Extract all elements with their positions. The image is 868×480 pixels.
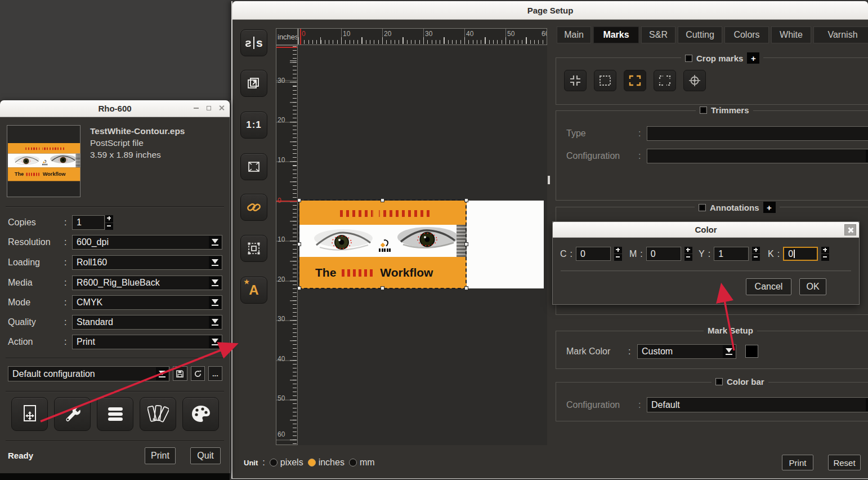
refresh-configuration-button[interactable]	[191, 366, 205, 381]
chevron-down-icon[interactable]	[866, 150, 868, 162]
close-button[interactable]	[844, 224, 856, 235]
color-bar-configuration-dropdown[interactable]: Default	[647, 397, 868, 412]
trimmer-configuration-dropdown[interactable]	[647, 149, 868, 163]
black-spinner[interactable]	[821, 247, 829, 261]
selection-handle[interactable]	[381, 198, 384, 202]
cyan-spinner[interactable]	[614, 247, 622, 261]
selection-handle[interactable]	[297, 198, 301, 202]
trimmer-type-field[interactable]	[647, 126, 868, 141]
tab-cutting[interactable]: Cutting	[678, 26, 722, 43]
chevron-down-icon[interactable]	[209, 256, 221, 269]
unit-option-pixels[interactable]: pixels	[270, 457, 303, 468]
frame-mark-button[interactable]	[594, 70, 616, 91]
annotations-checkbox[interactable]	[699, 204, 706, 211]
selection-handle[interactable]	[381, 286, 384, 290]
close-icon[interactable]	[219, 105, 224, 110]
tab-varnish[interactable]: Varnish	[813, 26, 868, 43]
crop-marks-add-button[interactable]: +	[747, 52, 759, 64]
annotations-add-button[interactable]: +	[763, 202, 776, 213]
radio-inches[interactable]	[308, 459, 316, 466]
chevron-down-icon[interactable]	[723, 345, 735, 358]
annotation-text-button[interactable]: ★A	[240, 277, 267, 304]
chevron-down-icon[interactable]	[209, 296, 221, 309]
tiling-button[interactable]	[240, 235, 267, 262]
preview-canvas[interactable]: The Workflow	[298, 45, 547, 445]
chevron-down-icon[interactable]	[209, 277, 221, 289]
settings-button[interactable]	[54, 397, 91, 431]
black-value-field[interactable]: 0	[783, 247, 818, 261]
chevron-down-icon[interactable]	[209, 336, 221, 348]
zoom-1-1-button[interactable]: 1:1	[240, 112, 267, 139]
mode-dropdown[interactable]: CMYK	[72, 295, 222, 310]
page-setup-button[interactable]	[11, 397, 48, 431]
chevron-down-icon[interactable]	[866, 398, 868, 411]
media-library-button[interactable]	[140, 397, 176, 431]
page-setup-window: Page Setup s s 1:1	[231, 1, 868, 479]
menu-icon	[106, 406, 125, 423]
action-dropdown[interactable]: Print	[72, 335, 222, 349]
v-ruler-tick: 10	[278, 235, 285, 243]
selection-handle[interactable]	[464, 242, 468, 246]
link-button[interactable]	[240, 194, 267, 221]
selection-handle[interactable]	[464, 198, 468, 202]
color-dialog-titlebar[interactable]: Color	[553, 222, 859, 238]
cyan-value-field[interactable]: 0	[576, 247, 611, 261]
quality-dropdown[interactable]: Standard	[72, 315, 222, 330]
print-button[interactable]: Print	[782, 455, 813, 470]
page-setup-titlebar[interactable]: Page Setup	[232, 1, 868, 20]
selection-border[interactable]	[298, 199, 467, 289]
splitter-handle[interactable]	[548, 176, 550, 184]
more-options-button[interactable]: ...	[208, 366, 222, 381]
unit-option-mm[interactable]: mm	[349, 457, 375, 468]
rho-titlebar[interactable]: Rho-600	[0, 100, 230, 117]
mirror-button[interactable]: s s	[240, 29, 267, 56]
yellow-value-field[interactable]: 1	[714, 247, 749, 261]
tab-main[interactable]: Main	[557, 26, 591, 43]
copies-spinner[interactable]	[105, 215, 113, 230]
magenta-spinner[interactable]	[684, 247, 692, 261]
crop-marks-checkbox[interactable]	[685, 55, 692, 62]
selection-handle[interactable]	[297, 286, 301, 290]
ok-button[interactable]: OK	[799, 278, 826, 295]
color-bar-checkbox[interactable]	[715, 378, 723, 385]
chevron-down-icon[interactable]	[156, 367, 168, 380]
corner-marks-button[interactable]	[564, 70, 587, 91]
unit-option-inches[interactable]: inches	[308, 457, 344, 468]
dashed-bracket-marks-button[interactable]	[654, 70, 676, 91]
trimmers-checkbox[interactable]	[700, 106, 707, 114]
tab-colors[interactable]: Colors	[724, 26, 769, 43]
registration-target-button[interactable]	[683, 70, 706, 91]
export-view-button[interactable]	[240, 70, 267, 97]
tab-marks[interactable]: Marks	[593, 26, 639, 43]
print-button[interactable]: Print	[145, 447, 176, 464]
loading-dropdown[interactable]: Roll160	[72, 255, 222, 270]
configuration-dropdown[interactable]: Default configuration	[8, 366, 169, 381]
magenta-value-field[interactable]: 0	[646, 247, 681, 261]
minimize-icon[interactable]	[194, 108, 199, 109]
mark-color-swatch[interactable]	[745, 345, 758, 358]
radio-pixels[interactable]	[270, 459, 278, 466]
selection-handle[interactable]	[297, 242, 301, 246]
resolution-dropdown[interactable]: 600_dpi	[72, 235, 222, 250]
queue-button[interactable]	[97, 397, 133, 431]
chevron-down-icon[interactable]	[209, 236, 221, 248]
copies-field[interactable]: 1	[72, 215, 105, 230]
cancel-button[interactable]: Cancel	[746, 278, 791, 295]
color-settings-button[interactable]	[182, 397, 219, 431]
tab-s-and-r[interactable]: S&R	[641, 26, 675, 43]
fit-view-button[interactable]	[240, 153, 267, 180]
media-dropdown[interactable]: R600_Rig_BlueBack	[72, 275, 222, 290]
quit-button[interactable]: Quit	[190, 447, 221, 464]
tab-white[interactable]: White	[771, 26, 811, 43]
chevron-down-icon[interactable]	[209, 316, 221, 328]
radio-mm[interactable]	[349, 459, 357, 466]
maximize-icon[interactable]	[207, 106, 211, 110]
ruler-unit-box: inches	[276, 28, 298, 45]
bracket-marks-button[interactable]	[624, 70, 646, 91]
yellow-spinner[interactable]	[752, 247, 760, 261]
copies-row: Copies : 1	[8, 215, 222, 230]
save-configuration-button[interactable]	[173, 366, 187, 381]
reset-button[interactable]: Reset	[828, 455, 861, 470]
selection-handle[interactable]	[464, 286, 468, 290]
mark-color-dropdown[interactable]: Custom	[637, 344, 736, 359]
